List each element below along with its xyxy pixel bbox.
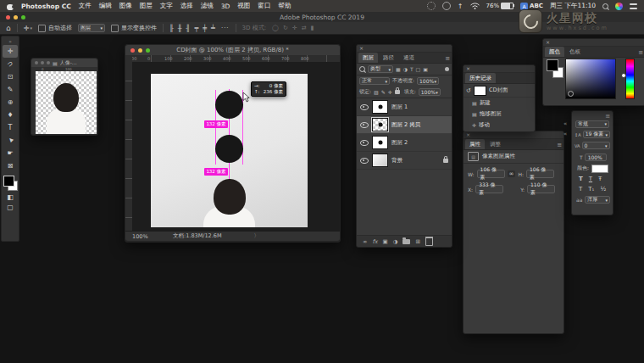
canvas[interactable]: 132 像素 132 像素 →: 0 像素 ↑: 236 像素 [151, 74, 308, 227]
hue-slider-marker[interactable] [621, 73, 626, 78]
delete-layer-icon[interactable] [425, 237, 433, 246]
menu-file[interactable]: 文件 [79, 2, 92, 10]
history-step-row[interactable]: ✛ 移动 [464, 120, 535, 131]
align-vcenter-icon[interactable]: ╪ [203, 25, 207, 32]
faux-bold-icon[interactable]: T [579, 176, 583, 182]
layer-name[interactable]: 图层 2 [391, 139, 408, 147]
caps-icon[interactable]: T [579, 186, 582, 193]
leading-dropdown[interactable]: 19 像素▾ [583, 131, 610, 138]
underline-icon[interactable]: T [589, 176, 592, 182]
color-menu-icon[interactable]: ≡ [638, 48, 643, 57]
adjustment-layer-icon[interactable]: ◑ [393, 238, 398, 245]
show-transform-toggle[interactable]: 显示变换控件 [111, 24, 157, 32]
subscript-icon[interactable]: T₁ [588, 186, 594, 193]
layers-close-icon[interactable]: × [359, 45, 364, 52]
tracking-dropdown[interactable]: 0▾ [582, 142, 610, 149]
character-menu-icon[interactable]: ≡ [605, 112, 610, 120]
foreground-color-swatch[interactable] [3, 176, 14, 187]
color-picker-marker[interactable] [568, 91, 574, 97]
menu-select[interactable]: 选择 [180, 2, 193, 10]
float-doc-zoom[interactable] [47, 61, 50, 64]
align-bottom-icon[interactable]: ╧ [211, 25, 215, 32]
tab-paths[interactable]: 路径 [379, 53, 398, 63]
antialias-dropdown[interactable]: 浑厚▾ [585, 196, 610, 204]
float-doc-close[interactable] [35, 61, 38, 64]
history-step-row[interactable]: ▤ 新建 [464, 98, 535, 109]
doc-size-status[interactable]: 文档:1.83M/12.6M [173, 232, 222, 240]
layer-thumbnail[interactable] [372, 136, 388, 149]
properties-menu-icon[interactable]: ≡ [557, 141, 562, 149]
menu-3d[interactable]: 3D [221, 3, 230, 10]
link-wh-icon[interactable]: ∞ [508, 170, 516, 177]
layer-name[interactable]: 背景 [391, 157, 402, 165]
eyedropper-tool-icon[interactable]: ✎ [3, 83, 18, 96]
auto-select-checkbox[interactable] [38, 25, 46, 32]
history-close-icon[interactable]: × [466, 65, 470, 72]
frame-tool-icon[interactable]: ⊠ [3, 159, 18, 172]
layer-style-icon[interactable]: fx [372, 238, 377, 245]
fraction-icon[interactable]: ½ [600, 186, 606, 193]
eye-icon[interactable] [360, 158, 369, 164]
layer-thumbnail[interactable] [372, 118, 388, 131]
layer-filter-search-icon[interactable] [359, 66, 365, 72]
float-doc-window[interactable]: ▤ 人像-... 0 100 [31, 58, 98, 136]
font-style-dropdown[interactable]: 常规▾ [575, 120, 609, 128]
screen-mode-icon[interactable]: ▢ [3, 202, 18, 212]
menu-help[interactable]: 帮助 [278, 2, 291, 10]
layer-thumbnail[interactable] [372, 154, 388, 167]
document-titlebar[interactable]: CD封面 @ 100% (图层 2 拷贝, RGB/8) * [125, 45, 340, 55]
x-field[interactable]: 333 像素 [475, 185, 503, 193]
blend-mode-dropdown[interactable]: 正常▾ [359, 77, 390, 85]
filter-type-icon[interactable]: T [410, 66, 414, 72]
eye-icon[interactable] [360, 104, 369, 110]
align-left-icon[interactable]: ╟ [169, 25, 174, 32]
auto-select-toggle[interactable]: 自动选择 [38, 24, 72, 32]
menu-layer[interactable]: 图层 [140, 2, 153, 10]
tab-properties[interactable]: 属性 [465, 139, 485, 149]
layer-row-1[interactable]: 图层 1 [357, 98, 452, 116]
eye-icon[interactable] [360, 140, 369, 146]
show-transform-checkbox[interactable] [111, 25, 119, 32]
history-step-row[interactable]: ▤ 拖移图层 [464, 109, 535, 120]
status-up-icon[interactable]: ↑ [458, 3, 464, 10]
tab-color[interactable]: 颜色 [545, 47, 564, 57]
layer-row-2-selected[interactable]: 图层 2 拷贝 [357, 116, 452, 134]
lock-paint-icon[interactable]: ✎ [381, 89, 386, 95]
dock-collapse-icon[interactable]: « [564, 131, 567, 137]
layer-name[interactable]: 图层 1 [391, 103, 408, 111]
clone-stamp-tool-icon[interactable]: ⊕ [3, 96, 18, 109]
eye-icon[interactable] [360, 122, 369, 128]
blur-tool-icon[interactable]: ♦ [3, 109, 18, 121]
quick-mask-icon[interactable]: ◧ [3, 192, 18, 202]
width-field[interactable]: 106 像素 [477, 170, 505, 178]
tool-preset-move[interactable]: ✛ ▾ [24, 25, 32, 32]
menu-type[interactable]: 文字 [160, 2, 173, 10]
menu-view[interactable]: 视图 [237, 2, 250, 10]
color-close-icon[interactable]: × [546, 39, 550, 46]
zoom-level-field[interactable]: 100% [132, 233, 173, 240]
float-doc-canvas[interactable] [36, 71, 97, 134]
filter-shape-icon[interactable]: ▢ [416, 66, 421, 72]
strikethrough-icon[interactable]: Ŧ [598, 176, 602, 182]
filter-smart-icon[interactable]: ▣ [423, 66, 428, 72]
menu-app-name[interactable]: Photoshop CC [21, 3, 71, 10]
tab-swatches[interactable]: 色板 [565, 47, 585, 57]
color-panel-header[interactable]: × [543, 39, 644, 47]
tab-history[interactable]: 历史记录 [465, 73, 496, 83]
properties-panel-header[interactable]: × [464, 131, 564, 139]
fill-dropdown[interactable]: 100%▾ [419, 88, 441, 96]
height-field[interactable]: 106 像素 [526, 170, 554, 178]
history-panel-header[interactable]: × [464, 65, 535, 73]
document-window[interactable]: CD封面 @ 100% (图层 2 拷贝, RGB/8) * -100 0 10… [125, 44, 341, 243]
history-step-label[interactable]: 拖移图层 [480, 110, 502, 118]
new-layer-icon[interactable]: ⊞ [415, 238, 419, 245]
link-layers-icon[interactable]: ∞ [363, 238, 367, 245]
tab-layers[interactable]: 图层 [358, 53, 378, 63]
foreground-color-swatch[interactable] [547, 59, 558, 71]
snapshot-name[interactable]: CD封面 [489, 87, 508, 94]
menu-window[interactable]: 窗口 [258, 2, 270, 10]
hue-slider[interactable] [625, 59, 635, 99]
layer-thumbnail[interactable] [372, 100, 388, 114]
history-snapshot-row[interactable]: ↺ CD封面 [464, 84, 535, 98]
layers-menu-icon[interactable]: ≡ [445, 54, 450, 63]
